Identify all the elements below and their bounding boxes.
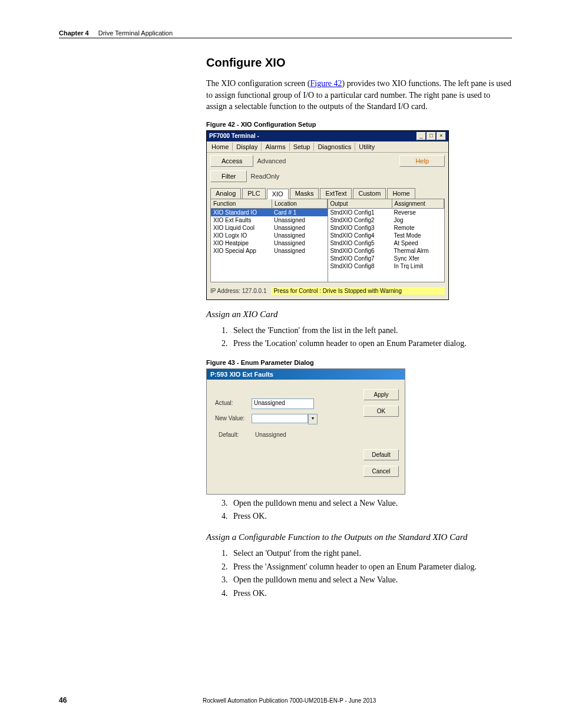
step-1: Select the 'Function' from the list in t… [230,324,512,337]
status-message[interactable]: Press for Control : Drive Is Stopped wit… [271,287,445,295]
col-function[interactable]: Function [211,199,272,208]
col-output[interactable]: Output [328,199,392,208]
publication-info: Rockwell Automation Publication 7000-UM2… [67,697,512,704]
out-step-4: Press OK. [230,587,512,600]
menubar: Home Display Alarms Setup Diagnostics Ut… [207,141,448,153]
menu-utility[interactable]: Utility [355,143,378,151]
menu-setup[interactable]: Setup [290,143,315,151]
actual-field: Unassigned [252,398,314,409]
filter-value: ReadOnly [250,173,279,180]
actual-label: Actual: [215,400,233,406]
window-titlebar: PF7000 Terminal - _ □ × [207,131,448,141]
menu-alarms[interactable]: Alarms [262,143,289,151]
table-row[interactable]: StndXIO Config6Thermal Alrm [328,247,445,255]
table-row[interactable]: XIO HeatpipeUnassigned [211,239,328,247]
help-button[interactable]: Help [399,155,445,167]
filter-button[interactable]: Filter [210,170,247,182]
default-button[interactable]: Default [363,449,399,460]
newvalue-combo[interactable]: ▾ [252,414,318,424]
figure-42-window: PF7000 Terminal - _ □ × Home Display Ala… [206,130,449,300]
chapter-title: Drive Terminal Application [98,29,173,37]
out-step-2: Press the 'Assignment' column header to … [230,561,512,574]
access-button[interactable]: Access [210,155,253,167]
heading-assign-card: Assign an XIO Card [206,309,512,319]
table-row[interactable]: StndXIO Config7Sync Xfer [328,255,445,262]
tab-home[interactable]: Home [387,188,415,199]
figure-42-label: Figure 42 - XIO Configuration Setup [206,121,512,128]
heading-configure-xio: Configure XIO [206,56,512,70]
table-row[interactable]: XIO Ext FaultsUnassigned [211,216,328,224]
table-row[interactable]: StndXIO Config2Jog [328,216,445,224]
intro-paragraph: The XIO configuration screen (Figure 42)… [206,78,512,113]
newvalue-label: New Value: [215,415,244,421]
tab-xio[interactable]: XIO [267,189,289,199]
step-3: Open the pulldown menu and select a New … [230,497,512,510]
close-icon[interactable]: × [437,132,446,140]
figure-43-label: Figure 43 - Enum Parameter Dialog [206,359,512,366]
left-pane: Function Location XIO Standard IOCard # … [211,199,328,282]
table-row[interactable]: StndXIO Config1Reverse [328,209,445,216]
chevron-down-icon[interactable]: ▾ [308,414,318,424]
maximize-icon[interactable]: □ [427,132,436,140]
tab-analog[interactable]: Analog [210,188,241,199]
menu-display[interactable]: Display [233,143,262,151]
ok-button[interactable]: OK [363,406,399,417]
figure-43-dialog: P:593 XIO Ext Faults Actual: Unassigned … [206,368,405,495]
table-row[interactable]: StndXIO Config3Remote [328,224,445,232]
apply-button[interactable]: Apply [363,389,399,400]
out-step-3: Open the pulldown menu and select a New … [230,574,512,587]
tab-masks[interactable]: Masks [290,188,319,199]
access-value: Advanced [257,157,286,164]
col-location[interactable]: Location [272,199,328,208]
menu-home[interactable]: Home [208,143,233,151]
table-row[interactable]: XIO Standard IOCard # 1 [211,209,328,216]
table-row[interactable]: StndXIO Config4Test Mode [328,232,445,239]
step-2: Press the 'Location' column header to op… [230,337,512,350]
menu-diagnostics[interactable]: Diagnostics [314,143,355,151]
step-4: Press OK. [230,510,512,523]
chapter-number: Chapter 4 [59,29,89,37]
cancel-button[interactable]: Cancel [363,466,399,477]
tab-exttext[interactable]: ExtText [320,188,352,199]
col-assignment[interactable]: Assignment [392,199,445,208]
tab-custom[interactable]: Custom [353,188,386,199]
dialog-title: P:593 XIO Ext Faults [207,369,405,380]
window-title: PF7000 Terminal - [209,133,259,139]
table-row[interactable]: XIO Logix IOUnassigned [211,232,328,239]
table-row[interactable]: XIO Liquid CoolUnassigned [211,224,328,232]
tab-strip: Analog PLC XIO Masks ExtText Custom Home [207,186,448,199]
table-row[interactable]: StndXIO Config5At Speed [328,239,445,247]
out-step-1: Select an 'Output' from the right panel. [230,547,512,560]
heading-assign-output: Assign a Configurable Function to the Ou… [206,532,512,542]
table-row[interactable]: StndXIO Config8In Trq Limit [328,262,445,270]
default-label: Default: [219,431,239,438]
table-row[interactable]: XIO Special AppUnassigned [211,247,328,255]
tab-plc[interactable]: PLC [242,188,265,199]
right-pane: Output Assignment StndXIO Config1Reverse… [328,199,445,282]
ip-address: IP Address: 127.0.0.1 [210,288,266,294]
minimize-icon[interactable]: _ [416,132,426,140]
figure-42-link[interactable]: Figure 42 [310,79,342,88]
default-value: Unassigned [255,431,286,438]
page-number: 46 [59,696,67,704]
